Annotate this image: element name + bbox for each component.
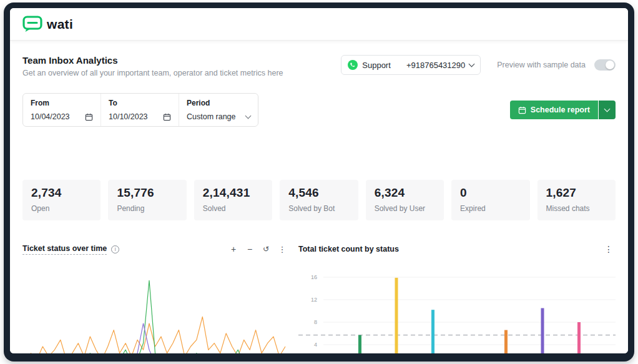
period-label: Period [187, 99, 250, 107]
stat-label: Solved by User [375, 204, 435, 213]
charts-row: Ticket status over time i + − ↺ ⋮ 14 May… [22, 242, 616, 353]
svg-text:8: 8 [314, 319, 317, 325]
stat-label: Open [31, 204, 92, 213]
stat-card-pending: 15,776 Pending [108, 180, 186, 220]
zoom-in-button[interactable]: + [227, 242, 240, 256]
schedule-report-label: Schedule report [531, 106, 590, 114]
svg-text:4: 4 [314, 342, 317, 348]
stat-card-solved-by-bot: 4,546 Solved by Bot [280, 180, 358, 220]
stat-value: 0 [460, 186, 521, 200]
stat-card-solved: 2,14,431 Solved [194, 180, 272, 220]
stat-label: Pending [117, 204, 177, 213]
preview-sample-toggle[interactable] [594, 59, 616, 71]
schedule-report-button[interactable]: Schedule report [510, 101, 598, 119]
bar-chart-svg: 0481216 [298, 267, 616, 353]
schedule-report-dropdown[interactable] [599, 101, 616, 119]
stat-value: 2,734 [31, 186, 92, 200]
line-chart-card: Ticket status over time i + − ↺ ⋮ 14 May… [22, 242, 289, 353]
calendar-icon [518, 106, 526, 114]
stat-card-expired: 0 Expired [451, 180, 529, 220]
line-chart-menu-button[interactable]: ⋮ [275, 242, 289, 256]
period-value: Custom range [187, 112, 236, 121]
line-chart-toolbar: + − ↺ ⋮ [227, 242, 289, 256]
stats-row: 2,734 Open 15,776 Pending 2,14,431 Solve… [22, 180, 616, 220]
stat-card-missed-chats: 1,627 Missed chats [537, 180, 616, 220]
period-select[interactable]: Period Custom range [179, 94, 258, 126]
preview-sample-label: Preview with sample data [497, 61, 586, 69]
stat-card-open: 2,734 Open [22, 180, 101, 220]
main-content: Team Inbox Analytics Get an overview of … [10, 41, 628, 353]
from-date-field[interactable]: From 10/04/2023 [23, 94, 101, 126]
bar-chart-menu-button[interactable]: ⋮ [602, 242, 616, 256]
channel-selector[interactable]: Support +918765431290 [341, 55, 481, 75]
stat-value: 2,14,431 [203, 186, 263, 200]
bar-chart-title: Total ticket count by status [298, 245, 399, 253]
stat-label: Solved [203, 204, 263, 213]
info-icon[interactable]: i [111, 245, 119, 253]
toggle-knob [606, 61, 614, 69]
svg-text:16: 16 [311, 274, 317, 280]
top-bar: wati [10, 8, 628, 41]
stat-label: Expired [460, 204, 521, 213]
whatsapp-icon [348, 60, 358, 70]
stat-label: Solved by Bot [288, 204, 349, 213]
line-chart-title: Ticket status over time [22, 244, 107, 255]
stat-value: 6,324 [375, 186, 435, 200]
svg-text:12: 12 [311, 297, 317, 303]
stat-value: 4,546 [288, 186, 349, 200]
device-frame: wati Team Inbox Analytics Get an overvie… [4, 2, 634, 362]
bar-chart-card: Total ticket count by status ⋮ 0481216 [298, 242, 616, 353]
chevron-down-icon [604, 106, 611, 112]
reset-zoom-button[interactable]: ↺ [259, 242, 273, 256]
stat-value: 1,627 [546, 186, 607, 200]
from-date-value: 10/04/2023 [31, 112, 70, 121]
stat-card-solved-by-user: 6,324 Solved by User [366, 180, 444, 220]
wati-logo-text: wati [47, 17, 73, 32]
calendar-icon [85, 113, 93, 121]
to-date-field[interactable]: To 10/10/2023 [101, 94, 179, 126]
page-subtitle: Get an overview of all your important te… [22, 69, 283, 77]
to-date-value: 10/10/2023 [109, 112, 148, 121]
to-label: To [109, 99, 171, 107]
app-screen: wati Team Inbox Analytics Get an overvie… [10, 8, 628, 353]
zoom-out-button[interactable]: − [243, 242, 257, 256]
calendar-icon [163, 113, 171, 121]
wati-logo[interactable]: wati [22, 16, 73, 33]
stat-label: Missed chats [546, 204, 607, 213]
stat-value: 15,776 [117, 186, 177, 200]
page-title: Team Inbox Analytics [22, 55, 283, 66]
chevron-down-icon [469, 61, 475, 67]
channel-name: Support [362, 61, 391, 70]
line-chart-svg [22, 272, 289, 353]
wati-logo-icon [22, 16, 42, 33]
chevron-down-icon [245, 112, 252, 119]
from-label: From [31, 99, 93, 107]
schedule-report-split-button: Schedule report [510, 101, 616, 119]
date-filter-group: From 10/04/2023 To 10/10/2023 [22, 93, 258, 127]
channel-phone: +918765431290 [406, 61, 465, 70]
